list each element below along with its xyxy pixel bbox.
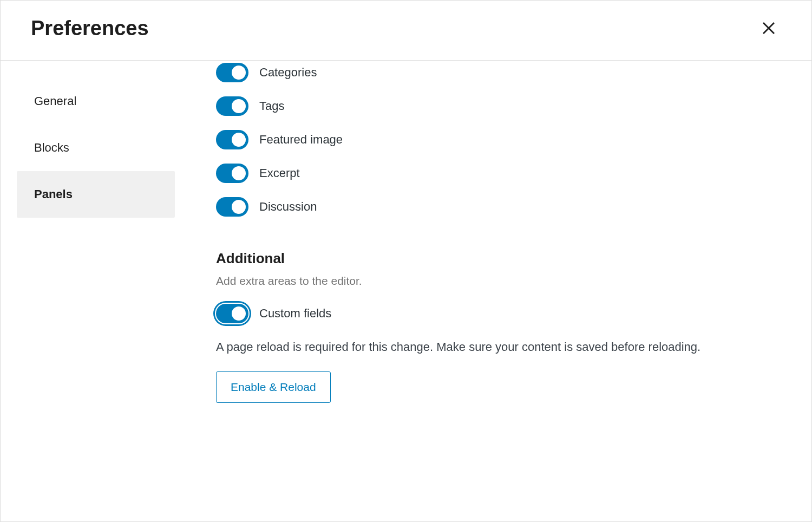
close-icon [761,20,777,36]
toggle-discussion[interactable] [216,197,248,217]
reload-help-text: A page reload is required for this chang… [216,337,703,356]
button-label: Enable & Reload [231,381,316,393]
toggle-label: Featured image [259,133,343,147]
toggle-categories[interactable] [216,63,248,82]
toggle-label: Discussion [259,200,317,214]
modal-title: Preferences [31,17,149,40]
toggle-row-tags: Tags [216,96,781,116]
tab-label: Panels [34,187,73,201]
toggle-label: Custom fields [259,306,331,321]
tab-general[interactable]: General [17,78,175,125]
toggle-row-discussion: Discussion [216,197,781,217]
tab-blocks[interactable]: Blocks [17,125,175,171]
preferences-modal: Preferences General Blocks Panels [0,0,812,522]
modal-body: General Blocks Panels Categories Tags [1,61,811,521]
toggle-row-featured-image: Featured image [216,130,781,149]
tab-panels[interactable]: Panels [17,171,175,218]
toggle-custom-fields[interactable] [216,304,248,323]
toggle-label: Excerpt [259,166,300,180]
toggle-row-excerpt: Excerpt [216,164,781,183]
toggle-row-categories: Categories [216,63,781,82]
tab-label: General [34,94,76,108]
toggle-label: Categories [259,66,317,80]
enable-reload-button[interactable]: Enable & Reload [216,371,331,403]
toggle-excerpt[interactable] [216,164,248,183]
tabs-sidebar: General Blocks Panels [1,61,175,521]
additional-heading: Additional [216,250,781,267]
additional-description: Add extra areas to the editor. [216,275,781,288]
toggle-featured-image[interactable] [216,130,248,149]
toggle-label: Tags [259,99,284,113]
tab-label: Blocks [34,141,69,154]
modal-header: Preferences [1,1,811,61]
panel-content: Categories Tags Featured image Excerpt D [175,61,811,521]
toggle-tags[interactable] [216,96,248,116]
close-button[interactable] [756,16,781,41]
toggle-row-custom-fields: Custom fields [216,304,781,323]
